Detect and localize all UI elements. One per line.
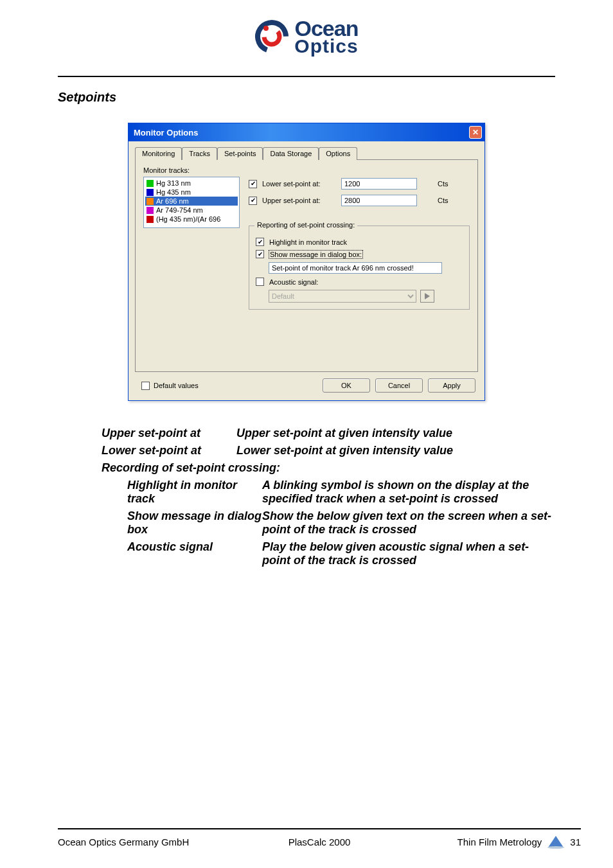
def-highlight-term: Highlight in monitor track bbox=[127, 479, 262, 506]
dialog-title: Monitor Options bbox=[134, 128, 198, 137]
def-upper-term: Upper set-point at bbox=[102, 427, 236, 440]
color-swatch-icon bbox=[147, 180, 154, 187]
upper-setpoint-checkbox[interactable] bbox=[249, 197, 257, 205]
color-swatch-icon bbox=[147, 198, 154, 205]
default-values-label: Default values bbox=[154, 382, 199, 389]
lower-setpoint-input[interactable] bbox=[341, 178, 417, 190]
acoustic-label: Acoustic signal: bbox=[269, 278, 318, 286]
highlight-checkbox[interactable] bbox=[256, 238, 264, 246]
svg-marker-4 bbox=[548, 836, 564, 847]
track-item[interactable]: Hg 313 nm bbox=[145, 179, 238, 188]
reporting-group-title: Reporting of set-point crossing: bbox=[254, 221, 357, 229]
default-values-checkbox[interactable] bbox=[141, 382, 150, 390]
def-showmsg-term: Show message in dialog box bbox=[127, 509, 262, 536]
tab-monitoring[interactable]: Monitoring bbox=[135, 147, 182, 160]
track-item-label: Hg 313 nm bbox=[156, 179, 191, 188]
def-upper-desc: Upper set-point at given intensity value bbox=[236, 427, 555, 440]
tab-setpoints[interactable]: Set-points bbox=[217, 147, 263, 160]
acoustic-checkbox[interactable] bbox=[256, 278, 264, 286]
track-item[interactable]: Ar 696 nm bbox=[145, 197, 238, 206]
track-item-label: Hg 435 nm bbox=[156, 188, 191, 197]
close-icon[interactable]: ✕ bbox=[469, 126, 482, 139]
svg-point-0 bbox=[254, 19, 289, 54]
track-item[interactable]: (Hg 435 nm)/(Ar 696 bbox=[145, 215, 238, 224]
def-showmsg-desc: Show the below given text on the screen … bbox=[262, 509, 555, 536]
lower-setpoint-checkbox[interactable] bbox=[249, 180, 257, 188]
monitor-tracks-label: Monitor tracks: bbox=[143, 166, 240, 174]
ok-button[interactable]: OK bbox=[323, 378, 370, 393]
def-lower-desc: Lower set-point at given intensity value bbox=[236, 444, 555, 457]
logo-swirl-icon bbox=[254, 19, 289, 54]
definitions-block: Upper set-point at Upper set-point at gi… bbox=[102, 427, 555, 567]
acoustic-select[interactable]: Default bbox=[269, 290, 416, 303]
upper-setpoint-input[interactable] bbox=[341, 195, 417, 206]
show-message-input[interactable] bbox=[269, 262, 442, 274]
def-lower-term: Lower set-point at bbox=[102, 444, 236, 457]
svg-point-2 bbox=[263, 26, 269, 31]
section-heading: Setpoints bbox=[58, 90, 555, 105]
svg-marker-3 bbox=[425, 293, 430, 299]
footer-left: Ocean Optics Germany GmbH bbox=[58, 837, 232, 847]
tab-data-storage[interactable]: Data Storage bbox=[263, 147, 319, 160]
upper-setpoint-label: Upper set-point at: bbox=[262, 197, 336, 204]
footer-logo-icon bbox=[547, 835, 565, 849]
color-swatch-icon bbox=[147, 207, 154, 214]
def-acoustic-term: Acoustic signal bbox=[127, 540, 262, 567]
show-message-label: Show message in dialog box: bbox=[269, 251, 362, 258]
track-item-label: Ar 749-754 nm bbox=[156, 206, 203, 215]
svg-point-5 bbox=[547, 846, 564, 849]
titlebar[interactable]: Monitor Options ✕ bbox=[129, 123, 484, 141]
show-message-checkbox[interactable] bbox=[256, 250, 264, 258]
color-swatch-icon bbox=[147, 189, 154, 196]
tab-strip: Monitoring Tracks Set-points Data Storag… bbox=[135, 146, 478, 160]
tab-panel-setpoints: Monitor tracks: Hg 313 nmHg 435 nmAr 696… bbox=[135, 160, 478, 372]
upper-setpoint-unit: Cts bbox=[438, 197, 449, 204]
logo-line2: Optics bbox=[294, 38, 358, 55]
apply-button[interactable]: Apply bbox=[428, 378, 475, 393]
color-swatch-icon bbox=[147, 216, 154, 223]
def-acoustic-desc: Play the below given acoustic signal whe… bbox=[262, 540, 555, 567]
track-item[interactable]: Hg 435 nm bbox=[145, 188, 238, 197]
header-divider bbox=[58, 76, 555, 77]
play-icon[interactable] bbox=[420, 290, 434, 303]
footer-center: PlasCalc 2000 bbox=[232, 837, 406, 847]
track-item[interactable]: Ar 749-754 nm bbox=[145, 206, 238, 215]
lower-setpoint-unit: Cts bbox=[438, 180, 449, 188]
page-footer: Ocean Optics Germany GmbH PlasCalc 2000 … bbox=[58, 828, 581, 849]
track-item-label: Ar 696 nm bbox=[156, 197, 189, 206]
page-number: 31 bbox=[570, 837, 581, 847]
reporting-group: Reporting of set-point crossing: Highlig… bbox=[249, 226, 470, 310]
monitor-options-dialog: Monitor Options ✕ Monitoring Tracks Set-… bbox=[128, 123, 485, 401]
lower-setpoint-label: Lower set-point at: bbox=[262, 180, 336, 188]
monitor-tracks-list[interactable]: Hg 313 nmHg 435 nmAr 696 nmAr 749-754 nm… bbox=[143, 177, 240, 228]
def-recording-heading: Recording of set-point crossing: bbox=[102, 461, 555, 475]
tab-tracks[interactable]: Tracks bbox=[182, 147, 217, 160]
footer-right: Thin Film Metrology bbox=[458, 837, 542, 847]
highlight-label: Highlight in monitor track bbox=[269, 238, 347, 246]
track-item-label: (Hg 435 nm)/(Ar 696 bbox=[156, 215, 220, 224]
cancel-button[interactable]: Cancel bbox=[375, 378, 423, 393]
def-highlight-desc: A blinking symbol is shown on the displa… bbox=[262, 479, 555, 506]
tab-options[interactable]: Options bbox=[319, 147, 357, 160]
header-logo: Ocean Optics bbox=[58, 19, 555, 57]
